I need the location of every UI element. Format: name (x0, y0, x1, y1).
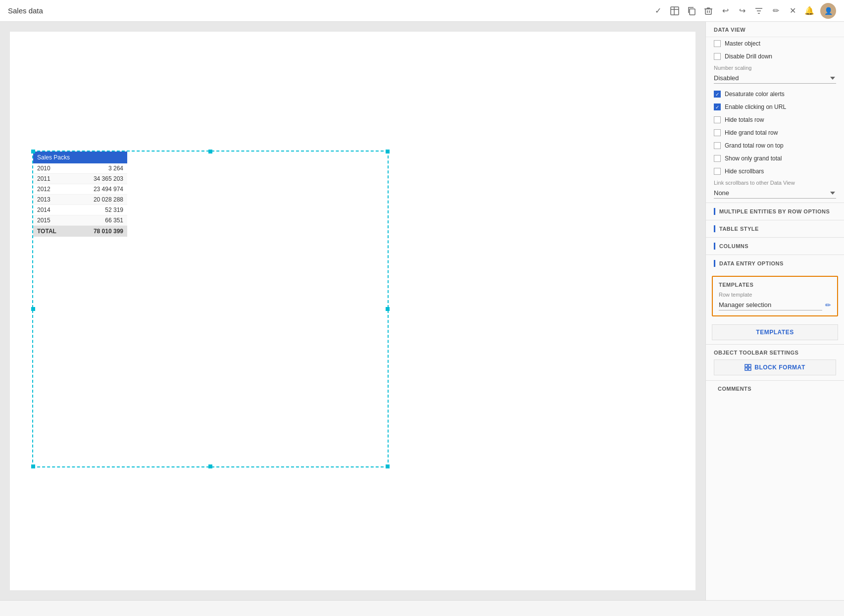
hide-totals-row-checkbox[interactable] (714, 116, 721, 123)
table-cell-value: 34 365 203 (73, 174, 127, 184)
table-cell-year: 2011 (33, 174, 73, 184)
number-scaling-row: Number scaling Disabled Thousands Millio… (706, 63, 844, 88)
master-object-label[interactable]: Master object (725, 40, 836, 47)
resize-handle-br[interactable] (386, 464, 390, 468)
templates-section: TEMPLATES Row template Manager selection… (712, 276, 838, 316)
hide-scrollbars-checkbox[interactable] (714, 168, 721, 175)
total-label: TOTAL (33, 226, 73, 237)
table-header: Sales Packs (33, 152, 127, 163)
data-entry-options-header[interactable]: DATA ENTRY OPTIONS (706, 255, 844, 272)
comments-header[interactable]: COMMENTS (706, 381, 844, 397)
table-row: 201134 365 203 (33, 174, 127, 184)
hide-totals-row-label[interactable]: Hide totals row (725, 116, 836, 123)
object-toolbar-title: OBJECT TOOLBAR SETTINGS (714, 350, 836, 356)
multiple-entities-title: MULTIPLE ENTITIES BY ROW OPTIONS (719, 208, 830, 214)
table-icon[interactable] (669, 5, 681, 17)
hide-scrollbars-item: Hide scrollbars (706, 165, 844, 178)
block-format-icon (745, 364, 751, 371)
notifications-icon[interactable]: 🔔 (803, 5, 815, 17)
data-view-header: DATA VIEW (706, 22, 844, 37)
templates-title: TEMPLATES (719, 282, 831, 288)
resize-handle-mr[interactable] (386, 307, 390, 311)
table-style-title: TABLE STYLE (719, 226, 759, 232)
desaturate-color-alerts-checkbox[interactable]: ✓ (714, 91, 721, 98)
data-entry-options-title: DATA ENTRY OPTIONS (719, 260, 784, 266)
table-cell-year: 2013 (33, 195, 73, 205)
trash-icon[interactable] (702, 5, 714, 17)
hide-grand-total-row-item: Hide grand total row (706, 126, 844, 139)
columns-title: COLUMNS (719, 243, 748, 249)
enable-clicking-on-url-checkbox[interactable]: ✓ (714, 103, 721, 110)
link-scrollbars-row: Link scrollbars to other Data View None (706, 178, 844, 203)
hide-scrollbars-label[interactable]: Hide scrollbars (725, 168, 836, 175)
table-row: 20103 264 (33, 163, 127, 174)
show-only-grand-total-label[interactable]: Show only grand total (725, 155, 836, 162)
table-style-section: TABLE STYLE (706, 220, 844, 237)
table-cell-value: 23 494 974 (73, 184, 127, 195)
row-template-select[interactable]: Manager selection None (719, 300, 822, 310)
canvas-inner: Sales Packs 20103 264201134 365 20320122… (10, 32, 695, 590)
table-widget[interactable]: Sales Packs 20103 264201134 365 20320122… (32, 151, 389, 467)
block-format-button[interactable]: BLOCK FORMAT (714, 359, 836, 375)
multiple-entities-header[interactable]: MULTIPLE ENTITIES BY ROW OPTIONS (706, 203, 844, 220)
resize-handle-tc[interactable] (208, 150, 212, 154)
link-scrollbars-label: Link scrollbars to other Data View (714, 180, 836, 186)
enable-clicking-on-url-label[interactable]: Enable clicking on URL (725, 103, 836, 110)
undo-icon[interactable]: ↩ (719, 5, 731, 17)
master-object-item: Master object (706, 37, 844, 50)
table-cell-value: 20 028 288 (73, 195, 127, 205)
resize-handle-tl[interactable] (31, 150, 35, 154)
resize-handle-bc[interactable] (208, 464, 212, 468)
table-cell-year: 2015 (33, 215, 73, 226)
columns-header[interactable]: COLUMNS (706, 238, 844, 255)
accent-bar-2 (714, 225, 715, 232)
svg-rect-3 (690, 9, 695, 15)
resize-handle-bl[interactable] (31, 464, 35, 468)
disable-drill-down-checkbox[interactable] (714, 53, 721, 60)
desaturate-color-alerts-label[interactable]: Desaturate color alerts (725, 91, 836, 98)
number-scaling-select[interactable]: Disabled Thousands Millions Billions (714, 73, 836, 84)
table-cell-year: 2010 (33, 163, 73, 174)
canvas-area: Sales Packs 20103 264201134 365 20320122… (0, 22, 705, 600)
topbar-icons: ✓ ↩ ↪ (652, 3, 836, 19)
resize-handle-ml[interactable] (31, 307, 35, 311)
object-toolbar-section: OBJECT TOOLBAR SETTINGS BLOCK FORMAT (706, 344, 844, 380)
desaturate-color-alerts-item: ✓ Desaturate color alerts (706, 88, 844, 101)
table-cell-year: 2014 (33, 205, 73, 215)
table-style-header[interactable]: TABLE STYLE (706, 220, 844, 237)
grand-total-row-on-top-label[interactable]: Grand total row on top (725, 142, 836, 149)
filter-icon[interactable] (753, 5, 765, 17)
svg-rect-11 (745, 364, 747, 367)
svg-rect-14 (748, 368, 751, 370)
edit-template-icon[interactable]: ✏ (825, 301, 831, 309)
main-layout: Sales Packs 20103 264201134 365 20320122… (0, 22, 844, 600)
columns-section: COLUMNS (706, 237, 844, 255)
table-cell-year: 2012 (33, 184, 73, 195)
close-icon[interactable]: ✕ (787, 5, 798, 17)
link-scrollbars-select[interactable]: None (714, 188, 836, 199)
copy-icon[interactable] (686, 5, 697, 17)
redo-icon[interactable]: ↪ (736, 5, 748, 17)
svg-rect-0 (671, 7, 679, 15)
templates-button[interactable]: TEMPLATES (712, 324, 838, 340)
table-row: 201320 028 288 (33, 195, 127, 205)
accent-bar-4 (714, 260, 715, 267)
hide-grand-total-row-label[interactable]: Hide grand total row (725, 129, 836, 136)
table-cell-value: 3 264 (73, 163, 127, 174)
pen-icon[interactable]: ✏ (770, 5, 782, 17)
accent-bar-3 (714, 243, 715, 250)
svg-rect-4 (705, 9, 711, 14)
disable-drill-down-label[interactable]: Disable Drill down (725, 53, 836, 60)
avatar[interactable]: 👤 (820, 3, 836, 19)
grand-total-row-on-top-checkbox[interactable] (714, 142, 721, 149)
table-row: 201452 319 (33, 205, 127, 215)
check-icon[interactable]: ✓ (652, 5, 664, 17)
show-only-grand-total-checkbox[interactable] (714, 155, 721, 162)
hide-grand-total-row-checkbox[interactable] (714, 129, 721, 136)
resize-handle-tr[interactable] (386, 150, 390, 154)
disable-drill-down-item: Disable Drill down (706, 50, 844, 63)
bottom-bar (0, 600, 844, 616)
enable-clicking-on-url-item: ✓ Enable clicking on URL (706, 101, 844, 113)
table-cell-value: 52 319 (73, 205, 127, 215)
master-object-checkbox[interactable] (714, 40, 721, 47)
